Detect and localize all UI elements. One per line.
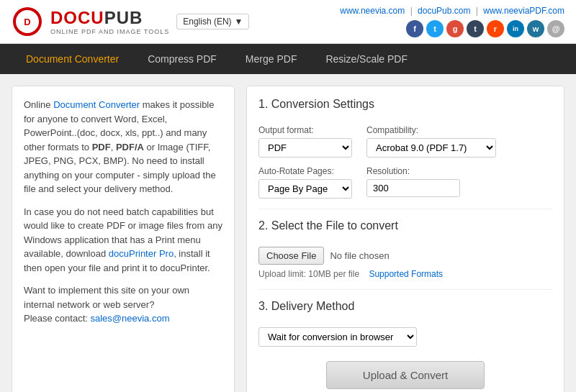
right-panel: 1. Conversion Settings Output format: PD…	[246, 86, 564, 392]
header-right: www.neevia.com | docuPub.com | www.neevi…	[340, 6, 564, 37]
docupub-link[interactable]: docuPub.com	[418, 6, 470, 16]
docuprinter-link[interactable]: docuPrinter Pro	[109, 248, 174, 259]
nav-merge-pdf[interactable]: Merge PDF	[231, 44, 312, 74]
reddit-icon[interactable]: r	[487, 20, 504, 37]
compatibility-label: Compatibility:	[366, 125, 496, 135]
no-file-label: No file chosen	[330, 250, 389, 261]
nav-resize-pdf[interactable]: Resize/Scale PDF	[311, 44, 422, 74]
autorotate-label: Auto-Rotate Pages:	[258, 166, 352, 176]
autorotate-resolution-row: Auto-Rotate Pages: Page By Page None All…	[258, 166, 552, 199]
logo-area: D DOCUPUB ONLINE PDF AND IMAGE TOOLS Eng…	[12, 6, 249, 37]
compatibility-select[interactable]: Acrobat 9.0 (PDF 1.7) Acrobat 8.0 (PDF 1…	[366, 138, 496, 158]
delivery-method-select[interactable]: Wait for conversion in browser Download …	[258, 327, 417, 347]
autorotate-select[interactable]: Page By Page None All	[258, 179, 352, 199]
intro-paragraph-3: Want to implement this site on your own …	[24, 283, 222, 326]
upload-convert-button[interactable]: Upload & Convert	[326, 361, 485, 389]
upload-btn-area: Upload & Convert	[258, 361, 552, 389]
social-icons: f t g t r in w @	[340, 20, 564, 37]
header-links: www.neevia.com | docuPub.com | www.neevi…	[340, 6, 564, 16]
autorotate-group: Auto-Rotate Pages: Page By Page None All	[258, 166, 352, 199]
logo-icon: D	[12, 6, 43, 37]
top-header: D DOCUPUB ONLINE PDF AND IMAGE TOOLS Eng…	[0, 0, 576, 44]
output-format-group: Output format: PDF PDF/A TIFF JPEG PNG P…	[258, 125, 352, 158]
neeviapdf-link[interactable]: www.neeviaPDF.com	[483, 6, 564, 16]
supported-formats-link[interactable]: Supported Formats	[369, 269, 443, 279]
intro-paragraph-1: Online Document Converter makes it possi…	[24, 98, 222, 196]
neevia-link[interactable]: www.neevia.com	[340, 6, 405, 16]
logo-name: DOCUPUB	[50, 8, 169, 28]
section3-title: 3. Delivery Method	[258, 300, 552, 317]
twitter-icon[interactable]: t	[426, 20, 444, 37]
section2-title: 2. Select the File to convert	[258, 219, 552, 237]
divider-1	[258, 209, 552, 209]
output-compat-row: Output format: PDF PDF/A TIFF JPEG PNG P…	[258, 125, 552, 158]
divider-2	[258, 289, 552, 290]
output-format-label: Output format:	[258, 125, 352, 135]
upload-info: Upload limit: 10MB per file Supported Fo…	[258, 269, 552, 279]
doc-converter-link[interactable]: Document Converter	[53, 99, 140, 110]
nav-document-converter[interactable]: Document Converter	[12, 44, 133, 74]
language-selector[interactable]: English (EN) ▼	[176, 14, 249, 29]
main-content: Online Document Converter makes it possi…	[0, 74, 576, 392]
section1-title: 1. Conversion Settings	[258, 98, 552, 115]
tumblr-icon[interactable]: t	[467, 20, 484, 37]
logo-subtitle: ONLINE PDF AND IMAGE TOOLS	[50, 28, 169, 35]
resolution-label: Resolution:	[366, 166, 460, 176]
file-chooser-row: Choose File No file chosen	[258, 247, 552, 265]
intro-paragraph-2: In case you do not need batch capabiliti…	[24, 205, 222, 275]
sales-email-link[interactable]: sales@neevia.com	[91, 313, 170, 324]
chevron-down-icon: ▼	[235, 17, 243, 27]
svg-text:D: D	[24, 17, 30, 27]
linkedin-icon[interactable]: in	[507, 20, 524, 37]
choose-file-button[interactable]: Choose File	[258, 247, 324, 265]
nav-bar: Document Converter Compress PDF Merge PD…	[0, 44, 576, 74]
wordpress-icon[interactable]: w	[527, 20, 544, 37]
nav-compress-pdf[interactable]: Compress PDF	[133, 44, 231, 74]
email-icon[interactable]: @	[547, 20, 564, 37]
facebook-icon[interactable]: f	[406, 20, 423, 37]
resolution-group: Resolution:	[366, 166, 460, 199]
resolution-input[interactable]	[366, 179, 460, 197]
left-panel: Online Document Converter makes it possi…	[12, 86, 235, 392]
logo-text: DOCUPUB ONLINE PDF AND IMAGE TOOLS	[50, 8, 169, 35]
output-format-select[interactable]: PDF PDF/A TIFF JPEG PNG PCX BMP	[258, 138, 352, 158]
compatibility-group: Compatibility: Acrobat 9.0 (PDF 1.7) Acr…	[366, 125, 496, 158]
delivery-method-row: Wait for conversion in browser Download …	[258, 327, 552, 347]
google-plus-icon[interactable]: g	[446, 20, 464, 37]
